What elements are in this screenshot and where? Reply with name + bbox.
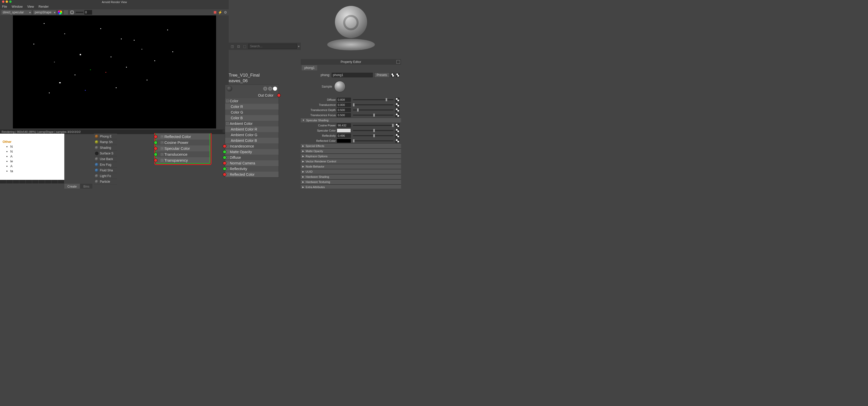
shader-type-row[interactable]: Light Fo bbox=[94, 173, 117, 179]
out-color-port[interactable] bbox=[277, 94, 281, 97]
expand-icon[interactable]: + bbox=[161, 147, 163, 150]
shader-type-row[interactable]: Fluid Sha bbox=[94, 168, 117, 173]
shader-type-row[interactable]: Ramp Sh bbox=[94, 139, 117, 145]
expand-icon[interactable]: − bbox=[226, 150, 229, 153]
map-button[interactable] bbox=[395, 108, 400, 112]
expand-icon[interactable]: − bbox=[226, 156, 229, 159]
input-port[interactable] bbox=[154, 153, 157, 156]
node-attr-row[interactable]: Color R bbox=[225, 104, 279, 109]
tab-bins[interactable]: Bins bbox=[80, 184, 92, 189]
param-input[interactable] bbox=[337, 134, 351, 138]
param-input[interactable] bbox=[337, 123, 351, 128]
menu-view[interactable]: View bbox=[27, 5, 34, 8]
highlighted-attr-row[interactable]: +Reflected Color bbox=[156, 134, 210, 139]
map-button[interactable] bbox=[395, 134, 400, 138]
highlighted-attr-row[interactable]: +Translucence bbox=[156, 151, 210, 157]
menu-file[interactable]: File bbox=[2, 5, 7, 8]
expand-icon[interactable]: − bbox=[226, 162, 229, 165]
show-button[interactable] bbox=[391, 73, 395, 77]
aperture-button[interactable] bbox=[69, 10, 74, 15]
color-picker-icon[interactable] bbox=[58, 10, 62, 15]
shader-type-row[interactable]: Particle bbox=[94, 179, 117, 184]
node-attr-row[interactable]: −Reflectivity bbox=[225, 166, 279, 172]
select-icon[interactable]: ⬚ bbox=[242, 44, 247, 49]
highlighted-attr-row[interactable]: +Specular Color bbox=[156, 145, 210, 151]
highlighted-attr-row[interactable]: +Transparency bbox=[156, 157, 210, 163]
shader-type-row[interactable]: Env Fog bbox=[94, 162, 117, 168]
input-port[interactable] bbox=[223, 161, 226, 165]
popout-icon[interactable] bbox=[397, 60, 400, 64]
section-header[interactable]: ▶UUID bbox=[301, 169, 401, 174]
exposure-input[interactable] bbox=[84, 10, 92, 15]
expand-icon[interactable]: + bbox=[161, 159, 163, 162]
param-slider[interactable] bbox=[353, 114, 393, 115]
expand-icon[interactable]: + bbox=[161, 153, 163, 156]
section-header[interactable]: ▶Hardware Shading bbox=[301, 174, 401, 179]
param-slider[interactable] bbox=[353, 135, 393, 136]
input-port[interactable] bbox=[223, 156, 226, 159]
map-button[interactable] bbox=[395, 123, 400, 128]
list-icon[interactable]: ≡ bbox=[268, 87, 272, 91]
map-button[interactable] bbox=[395, 98, 400, 102]
input-port[interactable] bbox=[223, 173, 226, 176]
param-input[interactable] bbox=[337, 103, 351, 107]
param-slider[interactable] bbox=[353, 125, 393, 126]
dropdown-arrow-icon[interactable]: ▾ bbox=[298, 44, 300, 48]
material-tab[interactable]: phong1 bbox=[302, 65, 317, 70]
color-swatch[interactable] bbox=[337, 129, 351, 133]
node-header[interactable]: S ≡ bbox=[225, 85, 279, 93]
out-color-row[interactable]: Out Color bbox=[225, 93, 279, 98]
node-attr-row[interactable]: −Incandescence bbox=[225, 143, 279, 149]
sample-swatch-icon[interactable] bbox=[334, 81, 345, 92]
node-attr-row[interactable]: −Normal Camera bbox=[225, 160, 279, 166]
isolate-button[interactable] bbox=[63, 10, 68, 15]
highlighted-attr-row[interactable]: +Cosine Power bbox=[156, 139, 210, 145]
expand-icon[interactable]: − bbox=[226, 168, 229, 170]
section-specular[interactable]: ▼Specular Shading bbox=[301, 118, 401, 123]
input-port[interactable] bbox=[154, 147, 157, 150]
input-port[interactable] bbox=[154, 135, 157, 138]
expand-icon[interactable]: + bbox=[161, 141, 163, 144]
node-attr-row[interactable]: −Matte Opacity bbox=[225, 149, 279, 155]
input-port[interactable] bbox=[223, 167, 226, 171]
node-attr-row[interactable]: −Color bbox=[225, 98, 279, 104]
node-attr-row[interactable]: Ambient Color G bbox=[225, 132, 279, 138]
node-attr-row[interactable]: Ambient Color R bbox=[225, 127, 279, 132]
aov-dropdown[interactable]: direct_specular bbox=[1, 10, 32, 15]
input-port[interactable] bbox=[223, 150, 226, 154]
expand-icon[interactable]: − bbox=[226, 173, 229, 176]
search-input[interactable] bbox=[248, 44, 297, 49]
node-attr-row[interactable]: −Diffuse bbox=[225, 155, 279, 160]
timeline[interactable] bbox=[0, 180, 64, 183]
input-port[interactable] bbox=[154, 159, 157, 162]
presets-button[interactable]: Presets bbox=[374, 72, 390, 78]
param-slider[interactable] bbox=[353, 140, 393, 141]
section-header[interactable]: ▶Hardware Texturing bbox=[301, 179, 401, 184]
shader-node[interactable]: S ≡ Out Color −ColorColor RColor GColor … bbox=[225, 84, 279, 177]
param-input[interactable] bbox=[337, 98, 351, 102]
node-attr-row[interactable]: −Ambient Color bbox=[225, 121, 279, 127]
menu-window[interactable]: Window bbox=[11, 5, 23, 8]
node-attr-row[interactable]: −Reflected Color bbox=[225, 172, 279, 177]
section-header[interactable]: ▶Raytrace Options bbox=[301, 154, 401, 159]
ipr-icon[interactable]: ⚡ bbox=[218, 10, 222, 14]
expand-icon[interactable]: − bbox=[226, 122, 229, 125]
node-attr-row[interactable]: Color G bbox=[225, 109, 279, 115]
solo-icon[interactable]: S bbox=[263, 87, 267, 91]
input-port[interactable] bbox=[223, 144, 226, 148]
map-button[interactable] bbox=[395, 113, 400, 117]
param-input[interactable] bbox=[337, 113, 351, 117]
section-header[interactable]: ▶Vector Renderer Control bbox=[301, 159, 401, 164]
expand-icon[interactable]: − bbox=[226, 145, 229, 147]
expand-icon[interactable]: − bbox=[226, 100, 229, 102]
shader-type-row[interactable]: Surface S bbox=[94, 150, 117, 156]
node-attr-row[interactable]: Ambient Color B bbox=[225, 138, 279, 143]
output-icon[interactable] bbox=[273, 87, 277, 91]
stop-render-icon[interactable] bbox=[214, 11, 216, 13]
param-slider[interactable] bbox=[353, 130, 393, 131]
tab-create[interactable]: Create bbox=[64, 184, 80, 189]
section-header[interactable]: ▶Node Behavior bbox=[301, 164, 401, 169]
param-input[interactable] bbox=[337, 108, 351, 112]
section-header[interactable]: ▶Extra Attributes bbox=[301, 184, 401, 189]
expand-icon[interactable]: + bbox=[161, 135, 163, 138]
